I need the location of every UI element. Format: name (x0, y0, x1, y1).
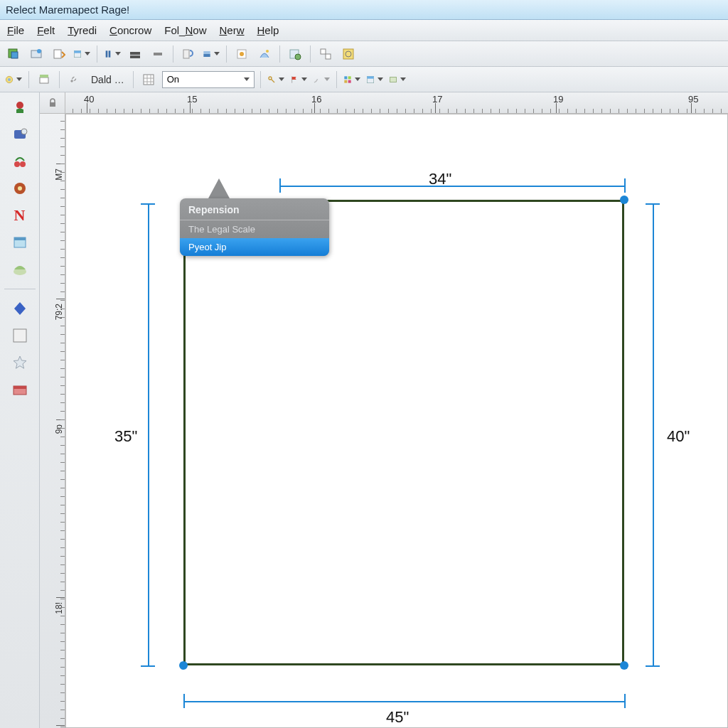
vruler-label: 18! (54, 602, 64, 614)
tb1-btn-1[interactable] (4, 45, 23, 63)
workspace: 401516171995 M779:29p18!1L 34" 35" 40" (40, 92, 728, 728)
tool-7-icon[interactable] (9, 259, 31, 280)
tb2-btn-key[interactable] (267, 70, 285, 89)
svg-rect-26 (40, 77, 48, 83)
menu-tyredi[interactable]: Tyredi (68, 24, 97, 36)
vertical-ruler[interactable]: M779:29p18!1L (40, 114, 65, 728)
menu-file[interactable]: File (7, 24, 24, 36)
svg-rect-22 (343, 49, 353, 59)
tool-6-icon[interactable] (9, 232, 31, 253)
popup-item-1[interactable]: Pyeot Jip (180, 238, 329, 256)
tb2-btn-wrench[interactable] (65, 70, 84, 89)
tb2-btn-pal2[interactable] (365, 70, 384, 89)
dim-right-cap-t (646, 203, 660, 205)
svg-rect-35 (367, 76, 373, 78)
tb2-onoff-dropdown[interactable]: On (162, 71, 255, 88)
svg-rect-12 (183, 50, 189, 58)
tb2-btn-pen[interactable] (312, 70, 331, 89)
dim-top-label: 34" (429, 170, 451, 188)
ruler-corner (40, 92, 65, 114)
tb1-btn-9[interactable] (202, 45, 220, 63)
svg-rect-46 (14, 329, 26, 342)
popup-item-0[interactable]: The Legal Scale (180, 220, 329, 238)
tb1-btn-8[interactable] (179, 45, 198, 63)
tb2-btn-pal3[interactable] (388, 70, 407, 89)
tb2-btn-flag[interactable] (289, 70, 308, 89)
dim-left-cap-b (141, 665, 155, 667)
handle-bottom-right[interactable] (620, 661, 628, 670)
tool-1-icon[interactable] (9, 97, 31, 118)
svg-rect-9 (130, 52, 140, 55)
tool-rect-icon[interactable] (9, 325, 31, 346)
tb2-btn-world[interactable] (4, 70, 23, 89)
tb2-btn-pal1[interactable] (343, 70, 361, 89)
svg-rect-1 (11, 52, 18, 58)
canvas-area[interactable]: 34" 35" 40" 45" (65, 114, 728, 728)
svg-rect-31 (348, 76, 350, 79)
tb2-onoff-value: On (167, 74, 179, 85)
drawing-page[interactable]: 34" 35" 40" 45" (87, 136, 699, 728)
handle-top-right[interactable] (620, 196, 628, 204)
menu-folnow[interactable]: Fol_Now (164, 24, 206, 36)
horizontal-ruler[interactable]: 401516171995 (65, 92, 728, 114)
svg-rect-4 (54, 50, 61, 58)
popup-caret (208, 178, 230, 198)
svg-point-39 (21, 129, 27, 134)
tb1-btn-14[interactable] (339, 45, 358, 63)
tool-diamond-icon[interactable] (9, 298, 31, 319)
tool-n-icon[interactable]: N (9, 205, 31, 226)
svg-point-17 (266, 50, 269, 53)
selected-rectangle[interactable] (183, 200, 624, 665)
tb1-btn-5[interactable] (103, 45, 122, 63)
tool-last-icon[interactable] (9, 379, 31, 400)
context-popup[interactable]: Repension The Legal Scale Pyeot Jip (180, 198, 329, 256)
window-title: Relect Maremapect Rage! (6, 4, 129, 16)
tool-4-icon[interactable] (9, 178, 31, 199)
dim-right-cap-b (646, 665, 660, 667)
menu-nerw[interactable]: Nerw (219, 24, 244, 36)
svg-point-16 (240, 52, 244, 56)
tb1-btn-7[interactable] (149, 45, 167, 63)
titlebar: Relect Maremapect Rage! (0, 0, 728, 20)
svg-rect-27 (40, 75, 48, 77)
toolbar-2: Dald … On (0, 67, 728, 92)
dim-left-label: 35" (114, 427, 137, 446)
hruler-label: 17 (432, 94, 442, 105)
hruler-label: 19 (553, 94, 563, 105)
toolbox-divider (4, 289, 36, 289)
tb1-btn-11[interactable] (255, 45, 274, 63)
dim-left-line (148, 203, 149, 665)
tb1-btn-4[interactable] (73, 45, 91, 63)
tb1-btn-13[interactable] (316, 45, 335, 63)
svg-rect-48 (14, 386, 26, 389)
tb1-btn-3[interactable] (50, 45, 68, 63)
svg-rect-8 (109, 50, 111, 57)
menu-felt[interactable]: Felt (37, 24, 55, 36)
menu-concrow[interactable]: Concrow (109, 24, 151, 36)
handle-bottom-left[interactable] (179, 661, 188, 670)
dim-right-label: 40" (667, 427, 690, 446)
svg-point-25 (8, 78, 11, 81)
tool-star-icon[interactable] (9, 352, 31, 373)
tool-3-icon[interactable] (9, 151, 31, 172)
svg-point-41 (20, 161, 26, 167)
toolbar-1 (0, 41, 728, 67)
svg-rect-30 (344, 76, 347, 79)
tb1-btn-6[interactable] (126, 45, 144, 63)
dim-bottom-line (183, 701, 624, 702)
tb1-btn-2[interactable] (27, 45, 46, 63)
svg-point-19 (295, 54, 301, 60)
tb2-btn-layers[interactable] (35, 70, 53, 89)
hruler-label: 40 (84, 94, 94, 105)
tool-2-icon[interactable] (9, 124, 31, 145)
svg-rect-13 (203, 54, 210, 57)
tb1-btn-10[interactable] (232, 45, 251, 63)
dim-top-cap-r (624, 178, 626, 193)
tb1-btn-12[interactable] (286, 45, 304, 63)
svg-point-42 (18, 186, 22, 191)
dim-bottom-label: 45" (386, 708, 409, 727)
tb2-btn-grid[interactable] (139, 70, 158, 89)
menu-help[interactable]: Help (257, 24, 279, 36)
svg-rect-32 (344, 80, 347, 82)
svg-rect-14 (203, 51, 210, 54)
